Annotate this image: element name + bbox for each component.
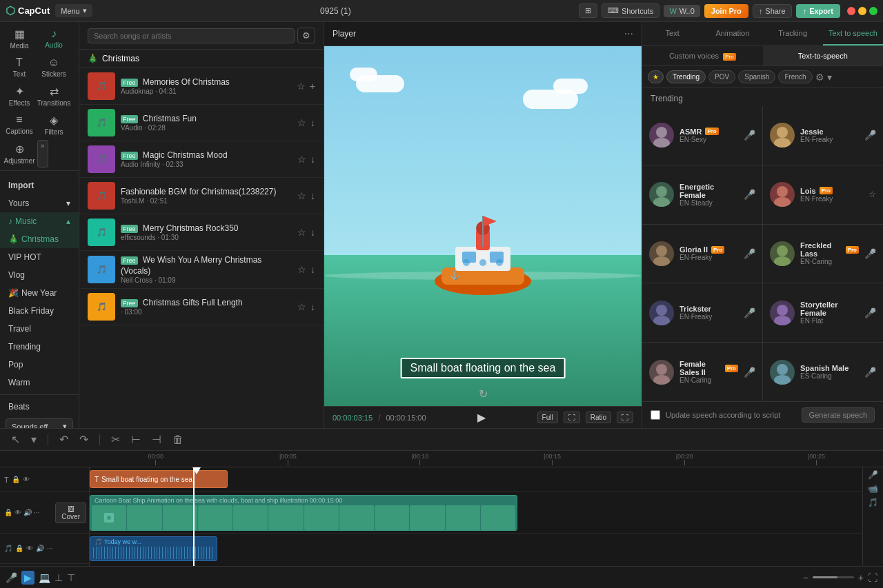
voice-play-female-sales[interactable]: 🎤: [744, 367, 755, 378]
sidebar-item-vip-hot[interactable]: VIP HOT: [0, 248, 79, 266]
share-button[interactable]: ↑ Share: [753, 4, 792, 18]
music-track-7[interactable]: 🎵 Free Christmas Gifts Full Length · 03:…: [79, 289, 324, 325]
audio-clip[interactable]: 🎵 Today we w...: [90, 536, 217, 561]
sidebar-item-travel[interactable]: Travel: [0, 320, 79, 338]
voice-card-gloria-ii[interactable]: Gloria IIPro EN·Freaky 🎤: [642, 225, 762, 283]
sidebar-item-import[interactable]: Import: [0, 176, 79, 194]
music-track-2[interactable]: 🎵 Free Christmas Fun VAudio · 02:28 ☆ ↓: [79, 105, 324, 141]
music-fav-1[interactable]: ☆: [297, 81, 306, 92]
cv-tab-tts[interactable]: Text-to-speech: [763, 46, 884, 65]
fullscreen-button[interactable]: ⛶: [617, 412, 633, 423]
music-fav-2[interactable]: ☆: [297, 117, 306, 128]
sidebar-tool-filters[interactable]: ◈ Filters: [37, 111, 70, 139]
join-pro-button[interactable]: Join Pro: [704, 4, 748, 18]
music-download-2[interactable]: ↓: [310, 117, 315, 128]
voice-card-storyteller[interactable]: Storyteller Female EN·Flat 🎤: [763, 283, 883, 342]
layout-button[interactable]: ⊞: [579, 3, 597, 18]
tab-tracking[interactable]: Tracking: [763, 22, 823, 45]
voice-play-jessie[interactable]: 🎤: [864, 130, 876, 141]
sidebar-item-pop[interactable]: Pop: [0, 356, 79, 374]
sidebar-item-warm[interactable]: Warm: [0, 374, 79, 392]
voice-card-jessie[interactable]: Jessie EN·Freaky 🎤: [763, 106, 883, 165]
voice-play-trickster[interactable]: 🎤: [744, 307, 755, 318]
delete-button[interactable]: 🗑: [170, 432, 186, 447]
music-search-input[interactable]: [88, 28, 295, 43]
voice-card-spanish-male[interactable]: Spanish Male ES·Caring 🎤: [763, 343, 883, 401]
tl-merge-btn[interactable]: ⊤: [67, 572, 75, 583]
music-fav-3[interactable]: ☆: [297, 154, 306, 165]
filter-settings-icon[interactable]: ⚙: [815, 72, 824, 83]
cv-tab-custom[interactable]: Custom voices Pro: [642, 46, 763, 65]
generate-speech-button[interactable]: Generate speech: [802, 407, 875, 423]
filter-spanish-button[interactable]: Spanish: [738, 70, 775, 83]
voice-play-storyteller[interactable]: 🎤: [864, 307, 876, 318]
ratio-button[interactable]: Ratio: [586, 412, 611, 423]
filter-pov-button[interactable]: POV: [708, 70, 735, 83]
voice-play-energetic[interactable]: 🎤: [744, 189, 755, 200]
sidebar-tool-stickers[interactable]: ☺ Stickers: [37, 54, 70, 81]
tl-mic-button[interactable]: 🎤: [6, 572, 17, 583]
sidebar-tool-effects[interactable]: ✦ Effects: [3, 82, 36, 110]
tl-cam-button[interactable]: ▶: [21, 571, 34, 585]
sidebar-item-black-friday[interactable]: Black Friday: [0, 302, 79, 320]
voice-card-asmr[interactable]: ASMRPro EN·Sexy 🎤: [642, 106, 762, 165]
close-window-button[interactable]: [847, 7, 855, 15]
filter-more-button[interactable]: ▾: [827, 72, 832, 83]
music-download-7[interactable]: ↓: [310, 301, 315, 312]
more-icon-video[interactable]: ···: [34, 509, 39, 516]
select-tool-button[interactable]: ↖: [8, 432, 23, 447]
voice-card-female-sales[interactable]: Female Sales IIPro EN·Caring 🎤: [642, 343, 762, 401]
voice-card-freckled-lass[interactable]: Freckled LassPro EN·Caring 🎤: [763, 225, 883, 283]
music-download-3[interactable]: ↓: [310, 154, 315, 165]
undo-button[interactable]: ↶: [57, 432, 71, 447]
sidebar-sounds-dropdown[interactable]: Sounds eff... ▾: [0, 416, 79, 428]
export-button[interactable]: ↑ Export: [796, 4, 840, 18]
cover-button[interactable]: 🖼 Cover: [55, 503, 86, 523]
tab-text[interactable]: Text: [642, 22, 702, 45]
music-download-6[interactable]: ↓: [310, 264, 315, 275]
music-fav-4[interactable]: ☆: [297, 190, 306, 201]
sidebar-item-yours[interactable]: Yours ▾: [0, 194, 79, 212]
voice-card-energetic-female[interactable]: Energetic Female EN·Steady 🎤: [642, 165, 762, 224]
music-track-1[interactable]: 🎵 Free Memories Of Christmas Audioknap ·…: [79, 68, 324, 105]
tl-zoom-in-btn[interactable]: +: [858, 572, 864, 583]
music-track-5[interactable]: 🎵 Free Merry Christmas Rock350 efficsoun…: [79, 214, 324, 251]
split-button[interactable]: ✂: [108, 432, 123, 447]
music-add-1[interactable]: +: [310, 81, 315, 92]
sidebar-tool-captions[interactable]: ≡ Captions: [3, 111, 36, 139]
sidebar-tool-transitions[interactable]: ⇄ Transitions: [37, 82, 70, 110]
sidebar-item-vlog[interactable]: Vlog: [0, 266, 79, 284]
play-button[interactable]: ▶: [477, 411, 486, 424]
sidebar-tool-audio[interactable]: ♪ Audio: [37, 25, 70, 52]
music-track-4[interactable]: 🎵 Fashionable BGM for Christmas(1238227)…: [79, 178, 324, 214]
update-speech-checkbox[interactable]: [651, 410, 660, 420]
voice-fav-lois[interactable]: ☆: [869, 190, 876, 199]
music-download-5[interactable]: ↓: [310, 227, 315, 238]
music-fav-7[interactable]: ☆: [297, 301, 306, 312]
music-fav-6[interactable]: ☆: [297, 264, 306, 275]
voice-card-lois[interactable]: LoisPro EN·Freaky ☆: [763, 165, 883, 224]
voice-play-freckled[interactable]: 🎤: [864, 248, 876, 259]
timeline-add-track-button[interactable]: 🎤: [868, 470, 878, 480]
filter-star-button[interactable]: ★: [648, 70, 664, 83]
sidebar-item-trending[interactable]: Trending: [0, 338, 79, 356]
sidebar-item-beats[interactable]: Beats: [0, 398, 79, 416]
timeline-add-video-button[interactable]: 📹: [868, 484, 878, 494]
tab-tts[interactable]: Text to speech: [823, 22, 883, 45]
tl-fit-btn[interactable]: ⛶: [868, 572, 877, 583]
full-button[interactable]: Full: [537, 412, 558, 423]
sidebar-item-music[interactable]: ♪ Music ▴: [0, 212, 79, 230]
text-clip[interactable]: T Small boat floating on the sea: [90, 470, 228, 488]
minimize-window-button[interactable]: [858, 7, 866, 15]
voice-play-asmr[interactable]: 🎤: [744, 130, 755, 141]
music-download-4[interactable]: ↓: [310, 190, 315, 201]
redo-button[interactable]: ↷: [77, 432, 91, 447]
player-menu-button[interactable]: ···: [624, 28, 633, 40]
voice-card-trickster[interactable]: Trickster EN·Freaky 🎤: [642, 283, 762, 342]
tl-split-btn[interactable]: ⊥: [54, 572, 63, 583]
more-icon-audio[interactable]: ···: [47, 545, 52, 552]
trim-right-button[interactable]: ⊣: [149, 432, 164, 447]
select-dropdown-button[interactable]: ▾: [28, 432, 39, 447]
sidebar-tool-adjustmer[interactable]: ⊕ Adjustmer: [3, 140, 36, 168]
tl-screen-button[interactable]: 💻: [39, 572, 50, 583]
